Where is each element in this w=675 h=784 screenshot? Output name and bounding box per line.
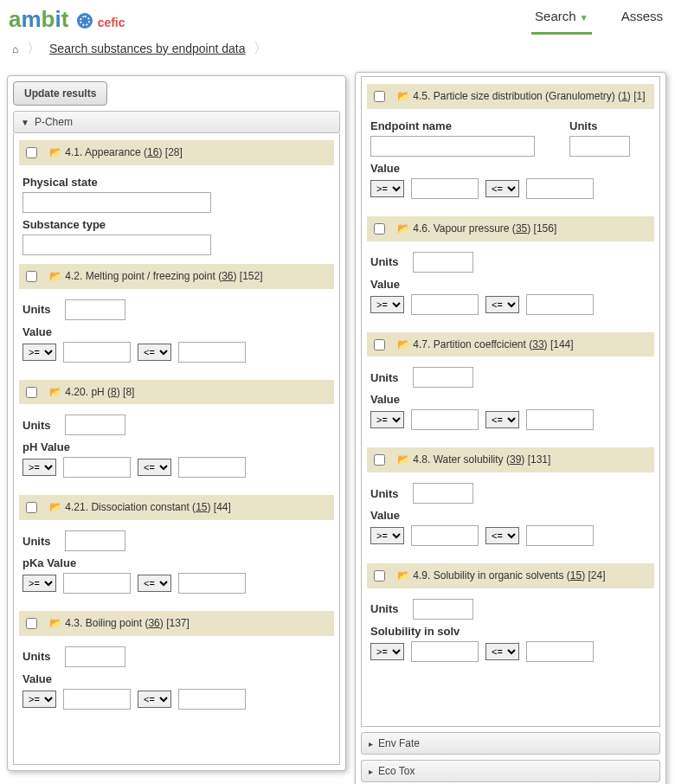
link-count[interactable]: 39	[510, 453, 521, 466]
folder-icon: 📂	[49, 617, 62, 629]
accordion-envfate[interactable]: ▸Env Fate	[361, 732, 660, 755]
category-particle: 📂 4.5. Particle size distribution (Granu…	[367, 84, 654, 109]
value-row-org: >= <=	[370, 641, 651, 662]
checkbox-particle[interactable]	[374, 91, 385, 102]
label-value: Value	[370, 162, 651, 175]
right-scroll[interactable]: 📂 4.5. Particle size distribution (Granu…	[361, 76, 660, 727]
category-melting: 📂 4.2. Melting point / freezing point (3…	[19, 264, 334, 289]
left-panel: Update results ▼P-Chem 📂 4.1. Appearance…	[7, 75, 346, 771]
checkbox-boiling[interactable]	[26, 618, 37, 629]
checkbox-dissoc[interactable]	[26, 502, 37, 513]
input-val-min[interactable]	[63, 573, 131, 594]
nav-assess[interactable]: Assess	[618, 3, 666, 35]
checkbox-water-sol[interactable]	[374, 454, 385, 466]
select-lte[interactable]: <=	[485, 527, 519, 544]
checkbox-ph[interactable]	[26, 387, 37, 398]
select-gte[interactable]: >=	[370, 643, 404, 660]
breadcrumb-link[interactable]: Search substances by endpoint data	[49, 42, 246, 55]
input-val-max[interactable]	[526, 178, 594, 199]
folder-icon: 📂	[49, 386, 62, 398]
input-units-boiling[interactable]	[65, 646, 125, 667]
input-val-max[interactable]	[526, 525, 594, 546]
link-count[interactable]: 36	[222, 270, 233, 282]
nav-search[interactable]: Search ▼	[531, 3, 592, 35]
input-val-max[interactable]	[178, 573, 246, 594]
input-physical-state[interactable]	[22, 192, 211, 213]
input-substance-type[interactable]	[22, 235, 211, 255]
select-gte[interactable]: >=	[22, 575, 56, 592]
input-val-max[interactable]	[178, 342, 246, 363]
input-units-vapour[interactable]	[413, 252, 473, 273]
label-value: Value	[370, 278, 651, 291]
link-count[interactable]: 33	[532, 338, 543, 350]
select-lte[interactable]: <=	[485, 643, 519, 660]
link-count[interactable]: 36	[148, 617, 159, 629]
checkbox-org-sol[interactable]	[374, 570, 385, 582]
pchem-scroll[interactable]: 📂 4.1. Appearance (16) [28] Physical sta…	[13, 133, 340, 765]
select-gte[interactable]: >=	[22, 459, 56, 476]
accordion-ecotox[interactable]: ▸Eco Tox	[361, 760, 660, 782]
input-val-min[interactable]	[411, 641, 479, 662]
header: ambit cefic Search ▼ Assess	[0, 0, 675, 35]
input-units-org[interactable]	[413, 599, 473, 620]
select-lte[interactable]: <=	[485, 296, 519, 313]
input-units-ph[interactable]	[65, 414, 125, 435]
input-val-min[interactable]	[411, 409, 479, 430]
input-units-melting[interactable]	[65, 299, 125, 320]
checkbox-appearance[interactable]	[26, 147, 37, 158]
select-gte[interactable]: >=	[370, 411, 404, 428]
select-lte[interactable]: <=	[138, 459, 171, 476]
nav: Search ▼ Assess	[531, 3, 666, 35]
input-val-min[interactable]	[411, 525, 479, 546]
label-value: Value	[370, 393, 651, 406]
select-gte[interactable]: >=	[22, 344, 56, 361]
label-value: Value	[370, 509, 651, 522]
folder-icon: 📂	[397, 90, 410, 102]
input-units-dissoc[interactable]	[65, 530, 125, 551]
home-icon[interactable]: ⌂	[12, 43, 18, 55]
select-lte[interactable]: <=	[485, 180, 519, 197]
update-results-button[interactable]: Update results	[13, 81, 107, 106]
checkbox-vapour[interactable]	[374, 223, 385, 235]
input-val-max[interactable]	[178, 689, 246, 710]
accordion-pchem[interactable]: ▼P-Chem	[13, 111, 340, 133]
input-val-max[interactable]	[526, 294, 594, 315]
link-count[interactable]: 35	[516, 222, 527, 235]
label-units: Units	[22, 535, 51, 548]
input-val-max[interactable]	[526, 409, 594, 430]
input-units-particle[interactable]	[569, 136, 630, 157]
input-units-water[interactable]	[413, 483, 473, 504]
select-gte[interactable]: >=	[22, 691, 56, 708]
select-gte[interactable]: >=	[370, 296, 404, 313]
input-val-min[interactable]	[63, 689, 131, 710]
input-val-min[interactable]	[63, 457, 131, 478]
input-val-min[interactable]	[411, 294, 479, 315]
link-count[interactable]: 15	[570, 569, 582, 582]
select-lte[interactable]: <=	[138, 575, 171, 592]
select-lte[interactable]: <=	[138, 691, 171, 708]
link-count[interactable]: 1	[621, 90, 627, 102]
input-val-min[interactable]	[63, 342, 131, 363]
checkbox-partition[interactable]	[374, 339, 385, 350]
input-val-max[interactable]	[526, 641, 594, 662]
select-lte[interactable]: <=	[485, 411, 519, 428]
select-gte[interactable]: >=	[370, 527, 404, 544]
label-units: Units	[370, 371, 399, 384]
link-count[interactable]: 16	[147, 146, 158, 158]
checkbox-melting[interactable]	[26, 271, 37, 282]
label-units: Units	[22, 303, 51, 316]
link-count[interactable]: 15	[196, 501, 207, 513]
label-units: Units	[370, 487, 399, 500]
value-row-partition: >= <=	[370, 409, 651, 430]
label-units: Units	[569, 119, 630, 132]
select-gte[interactable]: >=	[370, 180, 404, 197]
logo: ambit cefic	[9, 6, 125, 33]
input-val-max[interactable]	[178, 457, 246, 478]
link-count[interactable]: 8	[111, 386, 117, 398]
input-units-partition[interactable]	[413, 367, 473, 388]
label-units: Units	[22, 419, 51, 432]
input-val-min[interactable]	[411, 178, 479, 199]
select-lte[interactable]: <=	[138, 344, 171, 361]
input-endpoint-name[interactable]	[370, 136, 535, 157]
category-dissoc: 📂 4.21. Dissociation constant (15) [44]	[19, 495, 334, 520]
